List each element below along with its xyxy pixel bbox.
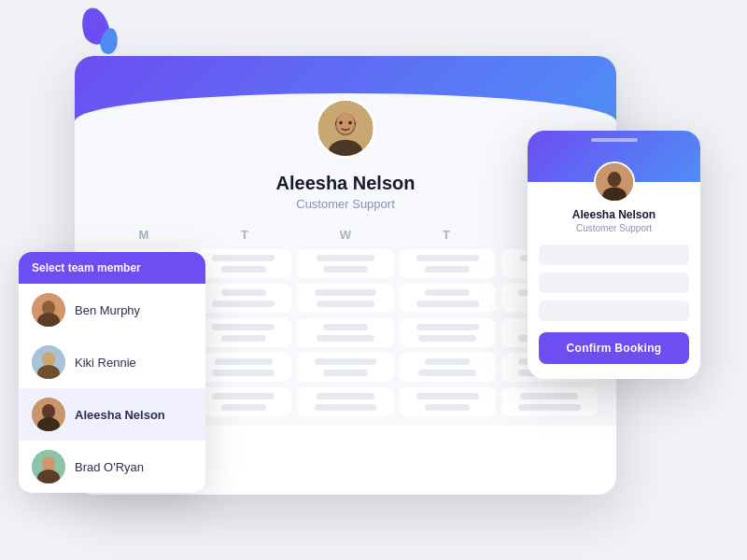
cal-cell[interactable] — [297, 353, 393, 382]
cal-bar — [416, 301, 479, 307]
cal-bar — [315, 358, 377, 365]
confirm-booking-button[interactable]: Confirm Booking — [539, 332, 689, 364]
team-member-dropdown: Select team member Ben Murphy K — [19, 252, 205, 493]
cal-cell[interactable] — [195, 318, 291, 347]
cal-cell[interactable] — [297, 318, 393, 347]
cal-bar — [425, 404, 470, 411]
member-name: Kiki Rennie — [75, 356, 136, 370]
cal-cell[interactable] — [195, 284, 291, 313]
mobile-profile-name: Aleesha Nelson — [539, 208, 689, 221]
member-name: Brad O'Ryan — [75, 460, 144, 474]
cal-bar — [315, 289, 377, 296]
cal-cell[interactable] — [297, 284, 393, 313]
svg-point-4 — [339, 121, 343, 125]
svg-point-10 — [42, 352, 55, 367]
svg-point-5 — [348, 121, 352, 125]
mobile-input-field-2[interactable] — [539, 273, 689, 293]
team-member-item[interactable]: Kiki Rennie — [19, 336, 205, 388]
cal-bar — [212, 255, 275, 261]
cal-bar — [425, 266, 470, 273]
team-member-item[interactable]: Ben Murphy — [19, 284, 205, 336]
cal-bar — [518, 404, 581, 411]
cal-bar — [520, 393, 578, 399]
cal-bar — [425, 358, 470, 365]
cal-bar — [221, 289, 266, 296]
cal-cell[interactable] — [400, 249, 496, 278]
mobile-booking-card: Aleesha Nelson Customer Support Confirm … — [528, 131, 700, 379]
mobile-input-field-3[interactable] — [539, 301, 689, 321]
mobile-profile-role: Customer Support — [539, 223, 689, 233]
svg-point-19 — [607, 172, 621, 187]
member-avatar — [32, 345, 65, 379]
mobile-card-body: Aleesha Nelson Customer Support Confirm … — [528, 182, 700, 379]
calendar-header: M T W T F — [93, 228, 598, 242]
cal-bar — [317, 301, 374, 307]
cal-cell[interactable] — [400, 353, 496, 382]
cal-bar — [418, 335, 476, 342]
cal-bar — [323, 370, 368, 376]
member-name: Ben Murphy — [75, 303, 140, 317]
mobile-header-bar — [591, 138, 638, 142]
cal-bar — [317, 393, 374, 399]
cal-cell[interactable] — [195, 353, 291, 382]
cal-bar — [317, 335, 374, 342]
svg-point-13 — [42, 404, 55, 419]
cal-bar — [215, 358, 273, 365]
cal-bar — [221, 404, 266, 411]
cal-bar — [221, 335, 266, 342]
mobile-avatar — [594, 161, 635, 203]
mobile-card-header — [528, 131, 700, 182]
svg-point-16 — [42, 456, 55, 471]
member-avatar — [32, 398, 65, 431]
cal-bar — [212, 324, 275, 330]
cal-bar — [323, 324, 368, 330]
day-header-m: M — [93, 228, 194, 242]
cal-cell[interactable] — [400, 318, 496, 347]
svg-point-3 — [336, 114, 355, 134]
cal-cell[interactable] — [195, 387, 291, 416]
cal-bar — [323, 266, 368, 273]
cal-bar — [425, 289, 470, 296]
cal-bar — [315, 404, 377, 411]
cal-cell[interactable] — [501, 387, 598, 416]
cal-bar — [418, 370, 476, 376]
day-header-t2: T — [396, 228, 497, 242]
cal-bar — [212, 393, 275, 399]
main-card-header — [75, 56, 616, 131]
team-member-item[interactable]: Brad O'Ryan — [19, 441, 205, 493]
cal-cell[interactable] — [195, 249, 291, 278]
day-header-t1: T — [194, 228, 295, 242]
member-avatar — [32, 293, 65, 327]
cal-cell[interactable] — [297, 387, 393, 416]
cal-cell[interactable] — [297, 249, 393, 278]
team-dropdown-header: Select team member — [19, 252, 205, 284]
cal-bar — [212, 370, 275, 376]
day-header-w: W — [295, 228, 396, 242]
member-avatar — [32, 450, 65, 483]
cal-bar — [416, 324, 479, 330]
avatar — [316, 98, 376, 159]
mobile-input-field-1[interactable] — [539, 245, 689, 265]
cal-bar — [416, 393, 479, 399]
cal-bar — [212, 301, 275, 307]
cal-bar — [221, 266, 266, 273]
member-name: Aleesha Nelson — [75, 408, 165, 422]
team-member-item-active[interactable]: Aleesha Nelson — [19, 388, 205, 441]
cal-bar — [317, 255, 374, 261]
cal-bar — [416, 255, 479, 261]
cal-cell[interactable] — [400, 387, 496, 416]
cal-cell[interactable] — [400, 284, 496, 313]
